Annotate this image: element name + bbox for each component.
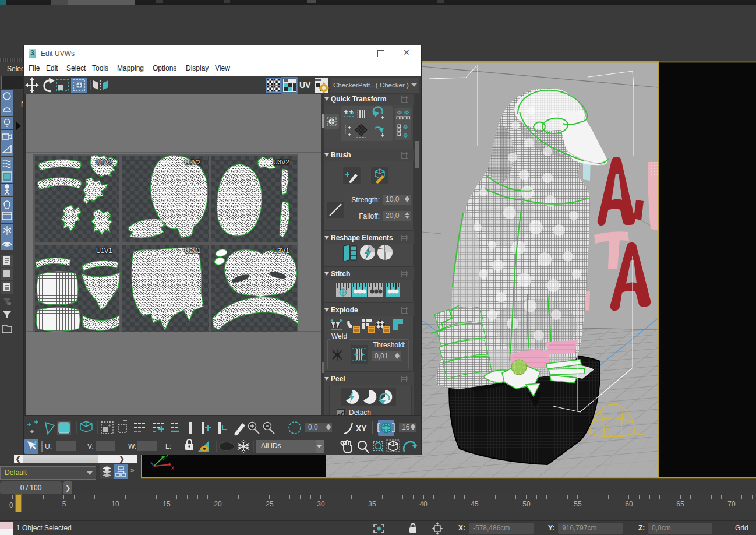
- svg-text:XY: XY: [356, 424, 367, 433]
- svg-text:UV: UV: [299, 80, 311, 90]
- svg-text:x: x: [171, 464, 174, 471]
